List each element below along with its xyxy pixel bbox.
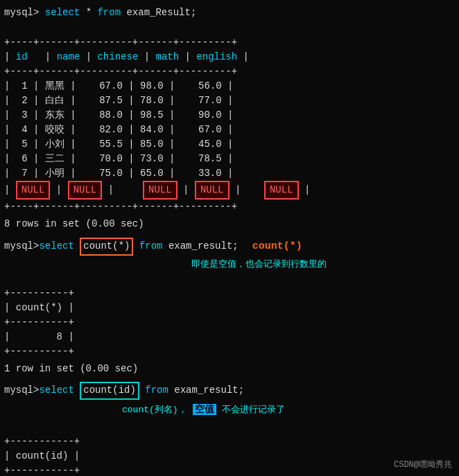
- query3-line: mysql> select count(id) from exam_result…: [4, 382, 455, 400]
- annotation1-container: count(*): [252, 238, 302, 254]
- prompt1: mysql>: [4, 7, 45, 18]
- result-table3: +-----------+ | count(id) | +-----------…: [4, 420, 455, 476]
- annotation1-title: count(*): [252, 240, 302, 252]
- null-row-line: | NULL | NULL | NULL | NULL | NULL |: [4, 181, 455, 200]
- result-table2: +----------+ | count(*) | +----------+ |…: [4, 272, 455, 359]
- query1-rest: *: [80, 7, 97, 18]
- space1: [74, 239, 80, 254]
- annotation2-line: count(列名)， 空值 不会进行记录了: [11, 403, 455, 417]
- from-keyword1: from: [97, 7, 121, 18]
- query3-rest: exam_result;: [168, 383, 244, 398]
- table3-content: +-----------+ | count(id) | +-----------…: [4, 436, 80, 476]
- count-star-highlight: count(*): [80, 238, 133, 256]
- annotation1-body-text: 即使是空值，也会记录到行数里的: [191, 259, 327, 270]
- null-row-border: |: [4, 183, 16, 197]
- watermark: CSDN@嘿呦秀兆: [394, 459, 452, 470]
- result-table1: +----+------+---------+------+---------+…: [4, 21, 455, 181]
- count-id-highlight: count(id): [80, 382, 139, 400]
- from-keyword3: from: [145, 383, 168, 398]
- select-keyword2: select: [39, 239, 73, 254]
- space4: [139, 383, 145, 398]
- null-sep1: |: [50, 183, 67, 197]
- null-sep4: |: [230, 183, 264, 197]
- table1-name: exam_Result;: [121, 7, 196, 18]
- null-sep3: |: [177, 183, 195, 197]
- table2-content: +----------+ | count(*) | +----------+ |…: [4, 288, 74, 357]
- empty-value-highlight: 空值: [193, 404, 216, 415]
- rows-msg1: 8 rows in set (0.00 sec): [4, 217, 455, 232]
- annotation2-suffix: 不会进行记录了: [222, 405, 285, 415]
- annotation1-body-line: 即使是空值，也会记录到行数里的: [11, 257, 455, 272]
- null-cell-chinese: NULL: [143, 181, 177, 200]
- null-cell-math: NULL: [195, 181, 230, 200]
- query3-section: mysql> select count(id) from exam_result…: [4, 382, 455, 476]
- query1-line: mysql> select * from exam_Result;: [4, 6, 455, 21]
- table-border-top: +----+------+---------+------+---------+…: [4, 37, 249, 179]
- null-cell-id: NULL: [16, 181, 51, 200]
- space3: [74, 383, 80, 398]
- rows-msg2: 1 row in set (0.00 sec): [4, 362, 455, 377]
- null-cell-name: NULL: [68, 181, 103, 200]
- from-keyword2: from: [139, 239, 163, 254]
- annotation2-body: count(列名)，: [122, 405, 187, 415]
- space2: [133, 239, 139, 254]
- query2-rest: exam_result;: [162, 239, 238, 254]
- table-border-bottom: +----+------+---------+------+---------+: [4, 200, 455, 215]
- query1-section: mysql> select * from exam_Result; +----+…: [4, 6, 455, 214]
- null-cell-english: NULL: [264, 181, 299, 200]
- prompt3: mysql>: [4, 383, 39, 398]
- null-sep2: |: [102, 183, 143, 197]
- annotation1-body: 即使是空值，也会记录到行数里的: [191, 258, 327, 270]
- query2-section: mysql> select count(*) from exam_result;…: [4, 238, 455, 359]
- select-keyword1: select: [45, 7, 80, 18]
- annotation2-container: count(列名)， 空值 不会进行记录了: [122, 404, 285, 415]
- null-row-end: |: [299, 183, 311, 197]
- terminal: mysql> select * from exam_Result; +----+…: [4, 6, 455, 476]
- select-keyword3: select: [39, 383, 73, 398]
- query2-line: mysql> select count(*) from exam_result;…: [4, 238, 455, 256]
- prompt2: mysql>: [4, 239, 39, 254]
